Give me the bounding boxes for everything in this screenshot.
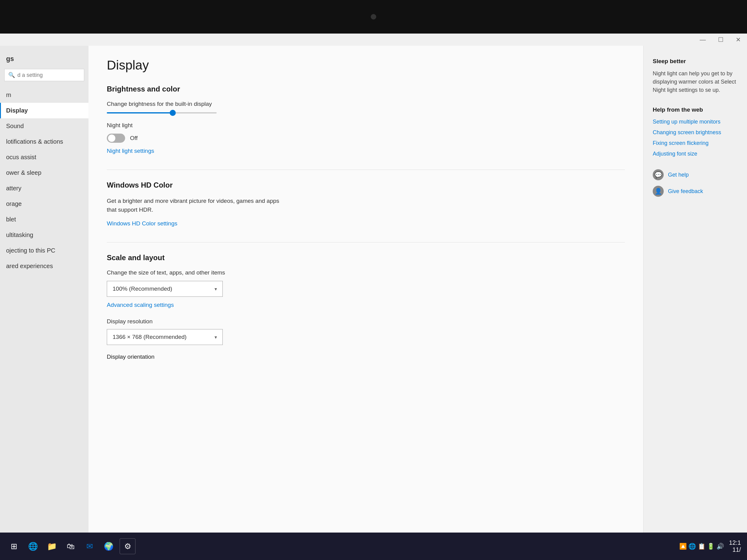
help-from-web-section: Help from the web Setting up multiple mo… bbox=[653, 106, 738, 157]
search-box[interactable]: 🔍 bbox=[4, 69, 84, 81]
get-help-row[interactable]: 💬 Get help bbox=[653, 169, 738, 180]
resolution-dropdown[interactable]: 1366 × 768 (Recommended) ▾ bbox=[107, 329, 223, 345]
sidebar-item-battery[interactable]: attery bbox=[0, 181, 88, 196]
night-light-toggle-row: Off bbox=[107, 134, 625, 143]
help-link-multiple-monitors[interactable]: Setting up multiple monitors bbox=[653, 118, 738, 125]
taskbar-mail-icon[interactable]: ✉ bbox=[82, 538, 98, 554]
taskbar: ⊞ 🌐 📁 🛍 ✉ 🌍 ⚙ 🔼 🌐 📋 🔋 🔊 12:1 11/ bbox=[0, 533, 747, 560]
taskbar-settings-icon[interactable]: ⚙ bbox=[120, 538, 135, 554]
hd-color-section: Windows HD Color Get a brighter and more… bbox=[107, 181, 625, 227]
sidebar-item-focus[interactable]: ocus assist bbox=[0, 150, 88, 165]
sidebar-item-display[interactable]: Display bbox=[0, 103, 88, 118]
taskbar-store-icon[interactable]: 🛍 bbox=[63, 538, 79, 554]
hd-color-settings-link[interactable]: Windows HD Color settings bbox=[107, 220, 177, 226]
night-light-label: Night light bbox=[107, 122, 625, 129]
get-help-icon: 💬 bbox=[653, 169, 664, 180]
scale-label: Change the size of text, apps, and other… bbox=[107, 269, 625, 276]
sidebar-item-shared[interactable]: ared experiences bbox=[0, 258, 88, 274]
close-button[interactable]: ✕ bbox=[733, 35, 744, 45]
night-light-settings-link[interactable]: Night light settings bbox=[107, 148, 154, 154]
sidebar-header: gs bbox=[0, 52, 88, 69]
page-title: Display bbox=[107, 58, 625, 73]
sidebar-item-notifications[interactable]: lotifications & actions bbox=[0, 134, 88, 150]
orientation-label: Display orientation bbox=[107, 353, 625, 360]
hd-color-description: Get a brighter and more vibrant picture … bbox=[107, 197, 284, 214]
sidebar-item-sound[interactable]: Sound bbox=[0, 118, 88, 134]
scale-value: 100% (Recommended) bbox=[112, 286, 172, 292]
scale-dropdown-arrow: ▾ bbox=[214, 286, 217, 292]
action-links: 💬 Get help 👤 Give feedback bbox=[653, 169, 738, 197]
taskbar-windows-button[interactable]: ⊞ bbox=[6, 538, 22, 554]
right-panel: Sleep better Night light can help you ge… bbox=[643, 46, 747, 533]
help-web-title: Help from the web bbox=[653, 106, 738, 113]
camera bbox=[371, 14, 376, 20]
help-link-screen-brightness[interactable]: Changing screen brightness bbox=[653, 129, 738, 136]
help-links: Setting up multiple monitors Changing sc… bbox=[653, 118, 738, 157]
sidebar-item-power[interactable]: ower & sleep bbox=[0, 165, 88, 181]
maximize-button[interactable]: ☐ bbox=[715, 35, 726, 45]
scale-dropdown[interactable]: 100% (Recommended) ▾ bbox=[107, 281, 223, 297]
taskbar-time: 12:1 11/ bbox=[729, 539, 741, 553]
give-feedback-row[interactable]: 👤 Give feedback bbox=[653, 186, 738, 197]
nav-items: m Display Sound lotifications & actions … bbox=[0, 87, 88, 274]
taskbar-edge-icon[interactable]: 🌐 bbox=[25, 538, 41, 554]
resolution-value: 1366 × 768 (Recommended) bbox=[112, 334, 186, 340]
divider-1 bbox=[107, 169, 625, 170]
resolution-label: Display resolution bbox=[107, 318, 625, 325]
brightness-color-title: Brightness and color bbox=[107, 85, 625, 93]
give-feedback-link[interactable]: Give feedback bbox=[668, 188, 703, 194]
sidebar-item-projecting[interactable]: ojecting to this PC bbox=[0, 243, 88, 258]
main-content: Display Brightness and color Change brig… bbox=[88, 46, 643, 533]
sidebar: gs 🔍 m Display Sound lotifications & act… bbox=[0, 46, 88, 533]
brightness-label: Change brightness for the built-in displ… bbox=[107, 101, 625, 107]
divider-2 bbox=[107, 242, 625, 242]
night-light-toggle[interactable] bbox=[107, 134, 125, 143]
sidebar-item-storage[interactable]: orage bbox=[0, 196, 88, 212]
title-bar: — ☐ ✕ bbox=[0, 33, 747, 46]
scale-layout-section: Scale and layout Change the size of text… bbox=[107, 254, 625, 360]
help-link-font-size[interactable]: Adjusting font size bbox=[653, 151, 738, 157]
taskbar-right: 🔼 🌐 📋 🔋 🔊 12:1 11/ bbox=[679, 539, 741, 553]
resolution-dropdown-arrow: ▾ bbox=[214, 334, 217, 340]
search-input[interactable] bbox=[18, 72, 88, 78]
advanced-scaling-link[interactable]: Advanced scaling settings bbox=[107, 302, 174, 308]
sidebar-item-multitasking[interactable]: ultitasking bbox=[0, 227, 88, 243]
give-feedback-icon: 👤 bbox=[653, 186, 664, 197]
help-link-screen-flickering[interactable]: Fixing screen flickering bbox=[653, 140, 738, 146]
taskbar-explorer-icon[interactable]: 📁 bbox=[44, 538, 60, 554]
slider-thumb[interactable] bbox=[170, 110, 176, 116]
sleep-better-description: Night light can help you get to by displ… bbox=[653, 70, 738, 94]
night-light-state: Off bbox=[130, 135, 138, 141]
slider-track[interactable] bbox=[107, 112, 217, 113]
sidebar-item-tablet[interactable]: blet bbox=[0, 212, 88, 227]
minimize-button[interactable]: — bbox=[697, 35, 709, 45]
sleep-better-section: Sleep better Night light can help you ge… bbox=[653, 58, 738, 94]
taskbar-chrome-icon[interactable]: 🌍 bbox=[101, 538, 117, 554]
top-bezel bbox=[0, 0, 747, 33]
toggle-thumb bbox=[108, 134, 115, 142]
sleep-better-title: Sleep better bbox=[653, 58, 738, 65]
search-icon: 🔍 bbox=[8, 72, 15, 78]
scale-layout-title: Scale and layout bbox=[107, 254, 625, 262]
brightness-slider-container[interactable] bbox=[107, 112, 625, 113]
slider-fill bbox=[107, 112, 173, 113]
hd-color-title: Windows HD Color bbox=[107, 181, 625, 189]
taskbar-system-tray: 🔼 🌐 📋 🔋 🔊 bbox=[679, 542, 724, 550]
get-help-link[interactable]: Get help bbox=[668, 172, 689, 178]
sidebar-item-m[interactable]: m bbox=[0, 87, 88, 103]
brightness-color-section: Brightness and color Change brightness f… bbox=[107, 85, 625, 154]
